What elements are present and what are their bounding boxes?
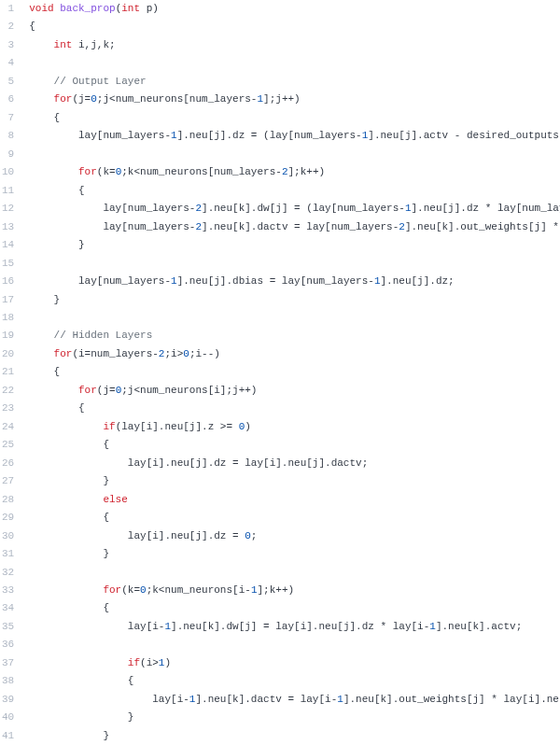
token-num: 1 [429,621,436,632]
token-num: 2 [399,221,405,232]
token-plain: ].neu[k].dw[j] = lay[i].neu[j].dz * lay[… [171,621,429,632]
token-plain: } [54,294,61,305]
line-number: 23 [0,400,16,417]
code-line [29,309,560,327]
code-line: if(i>1) [29,654,560,672]
token-plain: i,j,k; [72,39,115,50]
token-num: 1 [337,694,343,705]
line-number: 20 [0,345,16,363]
token-kw: if [128,657,140,668]
line-number: 10 [0,163,16,181]
token-plain: ;j<num_neurons[num_layers- [97,93,258,105]
code-line [29,54,560,72]
code-line: lay[num_layers-1].neu[j].dbias = lay[num… [29,273,560,290]
code-line: // Output Layer [29,73,560,91]
code-line: { [29,109,560,127]
token-kw: void [29,3,60,14]
token-kw: else [103,494,127,505]
code-line [29,255,560,273]
token-plain: lay[num_layers- [78,275,171,287]
line-number: 33 [0,582,16,599]
token-plain: { [103,602,109,613]
token-plain: ].neu[k].out_weights[j] * lay[i].neu[j].… [343,694,560,705]
token-plain: (k= [97,166,116,177]
token-plain: ) [245,421,251,432]
token-kw: int [54,39,73,50]
token-plain: ].neu[k].dw[j] = (lay[num_layers- [202,203,405,214]
token-num: 1 [171,130,177,141]
line-number: 16 [0,273,16,290]
line-number: 6 [0,91,16,108]
code-block: 1234567891011121314151617181920212223242… [0,0,560,745]
line-number: 34 [0,599,16,617]
line-number: 26 [0,455,16,472]
token-plain: } [103,548,109,559]
line-number: 12 [0,200,16,218]
token-plain: { [128,675,134,686]
line-number: 17 [0,291,16,309]
line-number: 21 [0,363,16,381]
code-line [29,636,560,654]
line-number: 3 [0,36,16,54]
line-number: 22 [0,382,16,400]
code-line: { [29,182,560,200]
line-number: 32 [0,564,16,582]
token-plain: lay[i- [128,621,165,632]
token-plain: ].neu[k].actv; [436,621,522,632]
token-plain: } [128,711,134,723]
token-plain: ;i> [164,348,183,359]
code-line: { [29,436,560,454]
code-line: for(i=num_layers-2;i>0;i--) [29,345,560,363]
token-plain: { [103,512,109,523]
code-line: lay[i].neu[j].dz = 0; [29,527,560,545]
token-kw: for [78,385,97,396]
token-plain: ].neu[k].dactv = lay[num_layers- [202,221,399,232]
token-plain: ].neu[j].actv - desired_outputs[p][j]) * [368,130,560,141]
line-number: 29 [0,509,16,527]
token-plain: ;k<num_neurons[i- [147,584,251,596]
token-num: 1 [171,275,177,287]
code-content[interactable]: void back_prop(int p){ int i,j,k; // Out… [25,0,560,745]
line-number: 2 [0,18,16,35]
line-number-gutter: 1234567891011121314151617181920212223242… [0,0,25,745]
code-line: int i,j,k; [29,36,560,54]
code-line: } [29,727,560,745]
token-plain: { [103,439,109,450]
line-number: 39 [0,691,16,709]
code-line [29,146,560,163]
code-line: { [29,672,560,690]
token-plain: lay[num_layers- [78,130,171,141]
code-line: { [29,363,560,381]
token-plain: (j= [72,93,91,105]
token-plain: ];k++) [288,166,326,177]
token-plain: lay[i].neu[j].dz = lay[i].neu[j].dactv; [128,457,368,469]
token-kw: if [103,421,115,432]
token-kw: for [54,93,73,105]
line-number: 27 [0,472,16,490]
code-line: lay[i].neu[j].dz = lay[i].neu[j].dactv; [29,455,560,472]
token-num: 0 [183,348,189,359]
line-number: 25 [0,436,16,454]
code-line: { [29,18,560,35]
token-num: 0 [91,93,97,105]
token-plain: ].neu[k].dactv = lay[i- [195,694,337,705]
token-num: 0 [140,584,147,596]
line-number: 41 [0,727,16,745]
token-plain: (i=num_layers- [72,348,158,359]
token-plain: } [103,730,109,741]
token-plain: lay[num_layers- [103,203,195,214]
token-plain: ) [164,657,171,668]
token-cmt: // Output Layer [54,76,147,87]
token-plain: lay[i- [152,694,189,705]
code-line: { [29,599,560,617]
code-line: lay[num_layers-2].neu[k].dactv = lay[num… [29,218,560,236]
token-plain: ;k<num_neurons[num_layers- [121,166,282,177]
token-plain: ; [251,530,258,541]
code-line: } [29,709,560,726]
code-line: lay[num_layers-1].neu[j].dz = (lay[num_l… [29,127,560,145]
line-number: 28 [0,491,16,509]
line-number: 18 [0,309,16,327]
line-number: 4 [0,54,16,72]
code-line: for(j=0;j<num_neurons[i];j++) [29,382,560,400]
line-number: 36 [0,636,16,654]
